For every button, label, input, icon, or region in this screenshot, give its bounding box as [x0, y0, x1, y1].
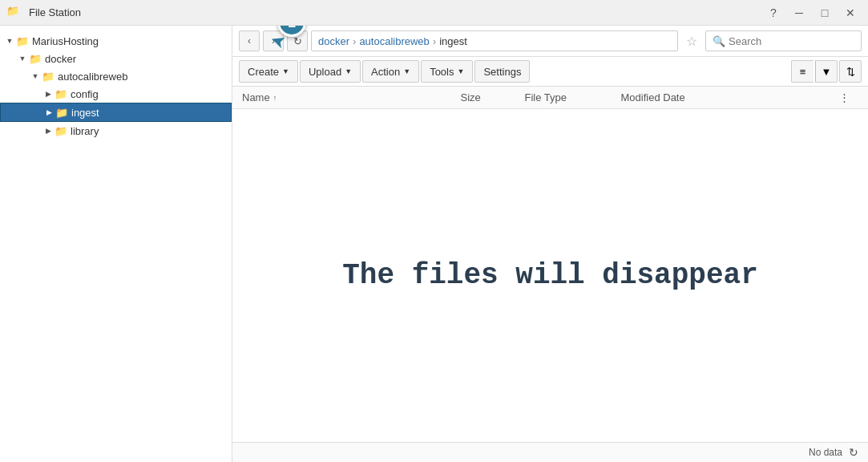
- file-list: The files will disappear: [232, 109, 868, 442]
- sidebar-item-autocalibreweb[interactable]: ▼ 📁 autocalibreweb: [0, 67, 232, 85]
- action-label: Action: [371, 66, 400, 78]
- column-name-label: Name: [242, 91, 270, 103]
- main-container: ▼ 📁 MariusHosting ▼ 📁 docker ▼ 📁 autocal…: [0, 26, 868, 462]
- sidebar: ▼ 📁 MariusHosting ▼ 📁 docker ▼ 📁 autocal…: [0, 26, 232, 462]
- search-input[interactable]: [729, 35, 863, 47]
- column-filetype-label: File Type: [525, 91, 567, 103]
- sidebar-item-ingest[interactable]: ▶ 📁 ingest →: [0, 103, 232, 122]
- bookmark-button[interactable]: ☆: [681, 30, 702, 51]
- toggle-icon: ▼: [16, 52, 29, 65]
- sidebar-item-label: docker: [45, 53, 76, 65]
- sort-button[interactable]: ⇅: [839, 60, 862, 83]
- folder-icon: 📁: [55, 107, 68, 119]
- create-button[interactable]: Create ▼: [239, 60, 298, 83]
- toggle-icon: ▶: [42, 87, 55, 100]
- tools-button[interactable]: Tools ▼: [421, 60, 473, 83]
- address-bar: 1 ➤ ‹ › ↻ docker › autocalibreweb › inge…: [232, 26, 868, 57]
- status-bar: No data ↻: [232, 442, 868, 462]
- path-part-docker[interactable]: docker: [318, 35, 349, 47]
- sidebar-item-label: autocalibreweb: [58, 71, 127, 83]
- settings-button[interactable]: Settings: [474, 60, 530, 83]
- column-more[interactable]: ⋮: [839, 91, 858, 103]
- path-part-autocalibreweb[interactable]: autocalibreweb: [359, 35, 429, 47]
- view-options-button[interactable]: ▼: [815, 60, 838, 83]
- folder-icon: 📁: [16, 35, 29, 47]
- sidebar-item-label: library: [71, 125, 99, 137]
- upload-label: Upload: [309, 66, 341, 78]
- list-view-button[interactable]: ≡: [791, 60, 813, 83]
- close-button[interactable]: ✕: [839, 4, 862, 22]
- toggle-icon: ▶: [42, 106, 55, 119]
- app-title: File Station: [29, 6, 762, 18]
- sidebar-item-library[interactable]: ▶ 📁 library ↙: [0, 122, 232, 140]
- empty-state: The files will disappear: [232, 109, 868, 442]
- maximize-button[interactable]: □: [813, 4, 836, 22]
- annotation-number: 1: [288, 26, 296, 31]
- sidebar-item-config[interactable]: ▶ 📁 config: [0, 85, 232, 103]
- folder-icon: 📁: [29, 53, 42, 65]
- sidebar-item-label: ingest: [71, 107, 99, 119]
- path-sep-2: ›: [433, 35, 436, 47]
- toggle-icon: ▼: [3, 34, 16, 47]
- no-data-label: No data: [809, 447, 842, 458]
- sidebar-item-docker[interactable]: ▼ 📁 docker: [0, 50, 232, 67]
- toggle-icon: ▶: [42, 124, 55, 137]
- file-list-header: Name ↑ Size File Type Modified Date ⋮: [232, 87, 868, 109]
- empty-message: The files will disappear: [342, 259, 757, 292]
- tools-chevron-icon: ▼: [458, 67, 465, 75]
- app-icon: 📁: [6, 5, 22, 21]
- minimize-button[interactable]: ─: [788, 4, 810, 22]
- upload-button[interactable]: Upload ▼: [300, 60, 361, 83]
- settings-label: Settings: [483, 66, 521, 78]
- title-bar: 📁 File Station ? ─ □ ✕: [0, 0, 868, 26]
- status-refresh-button[interactable]: ↻: [849, 446, 858, 459]
- action-chevron-icon: ▼: [403, 67, 410, 75]
- tools-label: Tools: [430, 66, 454, 78]
- column-filetype: File Type: [525, 91, 621, 103]
- back-button[interactable]: ‹: [239, 30, 260, 51]
- create-label: Create: [248, 66, 279, 78]
- column-size-label: Size: [461, 91, 481, 103]
- path-bar: docker › autocalibreweb › ingest: [311, 30, 678, 51]
- folder-icon: 📁: [55, 125, 67, 137]
- column-name[interactable]: Name ↑: [242, 91, 461, 103]
- sidebar-item-label: config: [71, 88, 99, 100]
- folder-icon: 📁: [55, 88, 67, 100]
- toggle-icon: ▼: [29, 70, 42, 83]
- path-sep-1: ›: [353, 35, 356, 47]
- search-bar: 🔍: [705, 30, 862, 51]
- sort-asc-icon: ↑: [273, 94, 277, 102]
- search-icon: 🔍: [713, 35, 725, 47]
- window-controls: ? ─ □ ✕: [762, 4, 862, 22]
- column-moddate-label: Modified Date: [621, 91, 685, 103]
- help-button[interactable]: ?: [762, 4, 785, 22]
- sidebar-item-label: MariusHosting: [32, 35, 99, 47]
- sidebar-item-mariushosting[interactable]: ▼ 📁 MariusHosting: [0, 32, 232, 50]
- column-size: Size: [461, 91, 525, 103]
- upload-chevron-icon: ▼: [345, 67, 352, 75]
- content-area: 1 ➤ ‹ › ↻ docker › autocalibreweb › inge…: [232, 26, 868, 462]
- annotation-container: 1 ➤: [277, 26, 306, 37]
- column-moddate: Modified Date: [621, 91, 840, 103]
- toolbar-right: ≡ ▼ ⇅: [791, 60, 862, 83]
- path-part-ingest: ingest: [439, 35, 467, 47]
- toolbar: Create ▼ Upload ▼ Action ▼ Tools ▼ Setti…: [232, 57, 868, 87]
- create-chevron-icon: ▼: [282, 67, 289, 75]
- folder-icon: 📁: [42, 71, 55, 83]
- action-button[interactable]: Action ▼: [362, 60, 419, 83]
